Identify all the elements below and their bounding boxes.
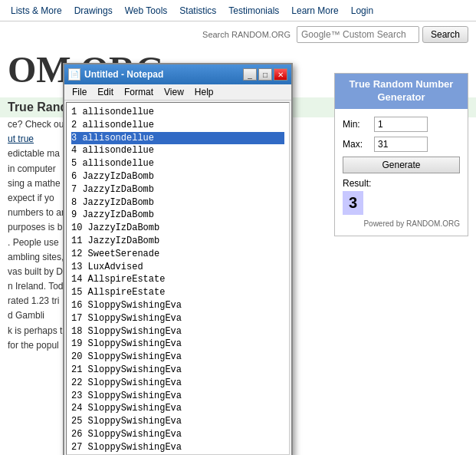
notepad-menu-edit[interactable]: Edit — [93, 85, 118, 99]
rng-generate-button[interactable]: Generate — [343, 157, 460, 173]
notepad-line: 15 AllspireEstate — [71, 286, 284, 299]
notepad-maximize-button[interactable]: □ — [258, 68, 272, 81]
nav-item-statistics[interactable]: Statistics — [173, 5, 222, 16]
notepad-line: 1 allisondellue — [71, 106, 284, 119]
notepad-line: 12 SweetSerenade — [71, 248, 284, 261]
notepad-line: 8 JazzyIzDaBomb — [71, 196, 284, 209]
notepad-minimize-button[interactable]: _ — [243, 68, 257, 81]
notepad-controls: _ □ ✕ — [243, 68, 287, 81]
notepad-menubar: File Edit Format View Help — [64, 84, 291, 101]
notepad-line: 23 SloppySwishingEva — [71, 390, 284, 403]
notepad-line: 6 JazzyIzDaBomb — [71, 170, 284, 183]
notepad-close-button[interactable]: ✕ — [274, 68, 287, 81]
notepad-line: 22 SloppySwishingEva — [71, 377, 284, 390]
notepad-line: 19 SloppySwishingEva — [71, 338, 284, 351]
notepad-line: 13 LuxAdvised — [71, 261, 284, 274]
rng-min-label: Min: — [343, 119, 369, 130]
notepad-title: Untitled - Notepad — [84, 69, 239, 80]
notepad-line: 16 SloppySwishingEva — [71, 299, 284, 312]
notepad-menu-format[interactable]: Format — [120, 85, 158, 99]
rng-max-label: Max: — [343, 139, 369, 150]
search-button[interactable]: Search — [422, 26, 468, 43]
notepad-line: 26 SloppySwishingEva — [71, 428, 284, 441]
notepad-line: 4 allisondellue — [71, 144, 284, 157]
nav-item-lists[interactable]: Lists & More — [5, 5, 68, 16]
rng-widget: True Random NumberGenerator Min: Max: Ge… — [334, 73, 468, 236]
rng-result-value: 3 — [343, 191, 363, 215]
true-link[interactable]: ut true — [8, 134, 34, 144]
nav-item-learn[interactable]: Learn More — [285, 5, 344, 16]
notepad-menu-help[interactable]: Help — [190, 85, 218, 99]
notepad-line: 21 SloppySwishingEva — [71, 364, 284, 377]
notepad-menu-file[interactable]: File — [67, 85, 91, 99]
notepad-content[interactable]: 1 allisondellue2 allisondellue3 allisond… — [66, 102, 290, 455]
notepad-line: 2 allisondellue — [71, 119, 284, 132]
search-bar: Search RANDOM.ORG Search — [0, 21, 476, 48]
notepad-line: 20 SloppySwishingEva — [71, 351, 284, 364]
notepad-line: 17 SloppySwishingEva — [71, 312, 284, 325]
notepad-titlebar: 📄 Untitled - Notepad _ □ ✕ — [64, 64, 291, 84]
notepad-line: 18 SloppySwishingEva — [71, 325, 284, 338]
nav-item-testimonials[interactable]: Testimonials — [222, 5, 285, 16]
rng-min-input[interactable] — [374, 117, 428, 132]
rng-min-row: Min: — [343, 117, 460, 132]
notepad-line: 25 SloppySwishingEva — [71, 415, 284, 428]
rng-powered: Powered by RANDOM.ORG — [343, 219, 460, 228]
notepad-menu-view[interactable]: View — [159, 85, 189, 99]
search-label: Search RANDOM.ORG — [202, 30, 291, 39]
rng-max-row: Max: — [343, 137, 460, 152]
notepad-line: 9 JazzyIzDaBomb — [71, 209, 284, 222]
search-input[interactable] — [297, 26, 419, 43]
rng-result-label: Result: — [343, 178, 460, 189]
notepad-line: 24 SloppySwishingEva — [71, 402, 284, 415]
notepad-line: 11 JazzyIzDaBomb — [71, 235, 284, 248]
notepad-line: 7 JazzyIzDaBomb — [71, 183, 284, 196]
notepad-line: 27 SloppySwishingEva — [71, 441, 284, 454]
rng-max-input[interactable] — [374, 137, 428, 152]
notepad-line: 5 allisondellue — [71, 157, 284, 170]
nav-item-drawings[interactable]: Drawings — [68, 5, 119, 16]
notepad-line: 14 AllspireEstate — [71, 273, 284, 286]
nav-bar: Lists & More Drawings Web Tools Statisti… — [0, 0, 476, 21]
notepad-line: 10 JazzyIzDaBomb — [71, 222, 284, 235]
notepad-line: 3 allisondellue — [71, 132, 284, 145]
notepad-icon: 📄 — [68, 68, 80, 81]
nav-item-login[interactable]: Login — [345, 5, 379, 16]
notepad-window: 📄 Untitled - Notepad _ □ ✕ File Edit For… — [63, 63, 293, 455]
nav-item-webtools[interactable]: Web Tools — [119, 5, 174, 16]
rng-title: True Random NumberGenerator — [335, 74, 468, 109]
